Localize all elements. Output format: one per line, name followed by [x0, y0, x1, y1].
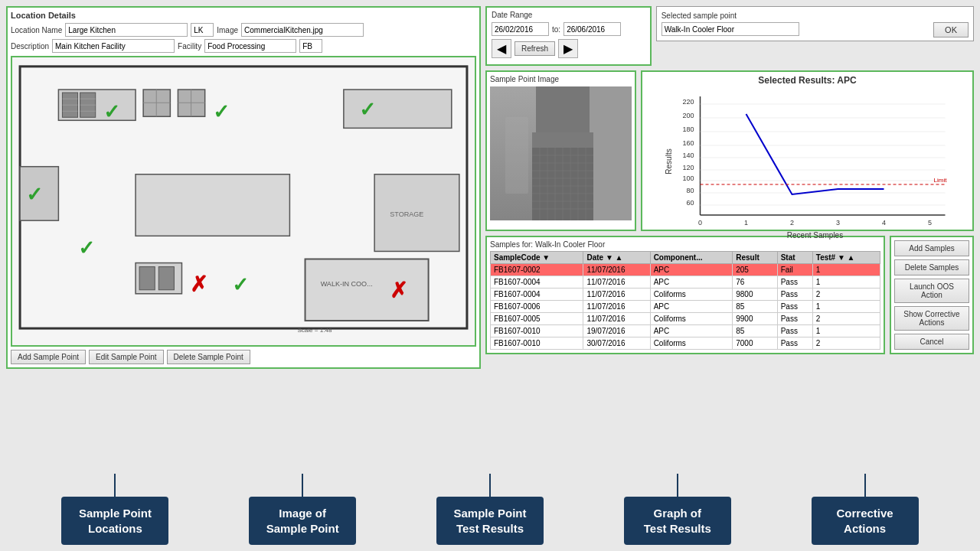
annotation-label-5: CorrectiveActions [836, 507, 893, 535]
cell-date: 11/07/2016 [583, 276, 650, 289]
svg-rect-54 [505, 117, 528, 194]
selected-sample-point-label: Selected sample point [662, 11, 799, 20]
annotation-graph-of-test-results: Graph ofTest Results [624, 497, 731, 545]
svg-text:Recent Samples: Recent Samples [787, 231, 843, 240]
cell-test: 2 [812, 337, 880, 350]
svg-rect-25 [158, 267, 174, 290]
table-panel: Samples for: Walk-In Cooler Floor Sample… [485, 236, 885, 354]
date-range-label: Date Range [492, 11, 645, 19]
cell-status: Pass [777, 337, 812, 350]
cell-date: 11/07/2016 [583, 313, 650, 325]
nav-left-icon[interactable]: ◀ [492, 39, 511, 58]
cell-component: APC [650, 301, 733, 313]
cancel-button[interactable]: Cancel [894, 334, 969, 350]
svg-text:✓: ✓ [78, 236, 95, 259]
svg-text:✓: ✓ [213, 100, 230, 123]
facility-input[interactable] [204, 39, 296, 53]
table-row[interactable]: FB1607-0005 11/07/2016 Coliforms 9900 Pa… [491, 313, 880, 325]
table-row[interactable]: FB1607-0002 11/07/2016 APC 205 Fail 1 [491, 264, 880, 276]
cell-status: Pass [777, 301, 812, 313]
svg-text:✓: ✓ [232, 273, 249, 296]
svg-text:60: 60 [686, 199, 694, 207]
col-status[interactable]: Stat [777, 252, 812, 264]
cell-date: 30/07/2016 [583, 337, 650, 350]
col-date[interactable]: Date ▼ ▲ [583, 252, 650, 264]
svg-text:140: 140 [682, 152, 694, 159]
svg-text:1: 1 [744, 219, 748, 227]
cell-status: Pass [777, 276, 812, 289]
cell-component: Coliforms [650, 289, 733, 301]
delete-sample-point-button[interactable]: Delete Sample Point [167, 350, 250, 364]
cell-code: FB1607-0004 [491, 276, 583, 289]
facility-code-input[interactable] [299, 39, 322, 53]
svg-text:3: 3 [836, 219, 840, 227]
svg-text:180: 180 [682, 126, 694, 133]
floor-plan-area: ✓ ✓ ✓ ✓ [11, 56, 476, 347]
svg-text:Limit: Limit [934, 177, 948, 184]
floor-plan-buttons: Add Sample Point Edit Sample Point Delet… [11, 350, 476, 364]
date-panel: Date Range to: ◀ Refresh ▶ [485, 6, 652, 66]
cell-result: 9800 [733, 289, 777, 301]
launch-oos-button[interactable]: Launch OOS Action [894, 279, 969, 303]
svg-rect-22 [136, 174, 289, 236]
svg-text:✓: ✓ [359, 98, 376, 121]
table-header-row: SampleCode ▼ Date ▼ ▲ Component... Resul… [491, 252, 880, 264]
table-row[interactable]: FB1607-0006 11/07/2016 APC 85 Pass 1 [491, 301, 880, 313]
edit-sample-point-button[interactable]: Edit Sample Point [89, 350, 164, 364]
location-name-input[interactable] [65, 23, 188, 37]
table-row[interactable]: FB1607-0004 11/07/2016 Coliforms 9800 Pa… [491, 289, 880, 301]
location-panel: Location Details Location Name Image Des… [6, 6, 481, 369]
description-input[interactable] [52, 39, 175, 53]
annotations-row: Sample PointLocations Image ofSample Poi… [6, 492, 974, 545]
cell-component: APC [650, 264, 733, 276]
image-input[interactable] [241, 23, 364, 37]
col-test[interactable]: Test# ▼ ▲ [812, 252, 880, 264]
cell-test: 1 [812, 264, 880, 276]
add-samples-button[interactable]: Add Samples [894, 240, 969, 256]
delete-samples-button[interactable]: Delete Samples [894, 259, 969, 276]
svg-text:✓: ✓ [103, 100, 120, 123]
cell-code: FB1607-0005 [491, 313, 583, 325]
cell-test: 1 [812, 301, 880, 313]
cell-code: FB1607-0010 [491, 337, 583, 350]
cell-code: FB1607-0002 [491, 264, 583, 276]
table-row[interactable]: FB1607-0010 19/07/2016 APC 85 Pass 1 [491, 325, 880, 337]
svg-text:4: 4 [882, 219, 886, 227]
svg-text:✗: ✗ [390, 278, 407, 302]
svg-text:✗: ✗ [190, 272, 207, 296]
location-name-row: Location Name Image [11, 23, 476, 37]
annotation-sample-point-test-results: Sample PointTest Results [436, 497, 544, 545]
facility-label: Facility [178, 42, 201, 51]
cell-date: 19/07/2016 [583, 325, 650, 337]
date-from-input[interactable] [492, 22, 549, 36]
svg-text:0: 0 [698, 219, 702, 227]
date-sample-row: Date Range to: ◀ Refresh ▶ Selec [485, 6, 974, 66]
selected-sample-point-input[interactable] [662, 22, 799, 36]
nav-right-icon[interactable]: ▶ [558, 39, 578, 58]
date-row: to: [492, 22, 645, 36]
table-row[interactable]: FB1607-0010 30/07/2016 Coliforms 7000 Pa… [491, 337, 880, 350]
action-panel: Add Samples Delete Samples Launch OOS Ac… [890, 236, 974, 354]
show-corrective-button[interactable]: Show Corrective Actions [894, 306, 969, 331]
col-result[interactable]: Result [733, 252, 777, 264]
table-row[interactable]: FB1607-0004 11/07/2016 APC 76 Pass 1 [491, 276, 880, 289]
cell-date: 11/07/2016 [583, 301, 650, 313]
cell-result: 85 [733, 301, 777, 313]
date-to-input[interactable] [564, 22, 621, 36]
svg-rect-24 [139, 267, 155, 290]
col-samplecode[interactable]: SampleCode ▼ [491, 252, 583, 264]
add-sample-point-button[interactable]: Add Sample Point [11, 350, 86, 364]
svg-rect-37 [590, 86, 632, 220]
annotation-label-2: Image ofSample Point [266, 507, 339, 535]
col-component[interactable]: Component... [650, 252, 733, 264]
refresh-button[interactable]: Refresh [514, 41, 555, 56]
cell-date: 11/07/2016 [583, 289, 650, 301]
cell-status: Pass [777, 289, 812, 301]
description-row: Description Facility [11, 39, 476, 53]
cell-component: Coliforms [650, 313, 733, 325]
svg-text:160: 160 [682, 139, 694, 147]
ok-button[interactable]: OK [933, 22, 969, 37]
results-actions-row: Samples for: Walk-In Cooler Floor Sample… [485, 236, 974, 354]
location-code-input[interactable] [191, 23, 214, 37]
svg-text:100: 100 [682, 174, 694, 182]
